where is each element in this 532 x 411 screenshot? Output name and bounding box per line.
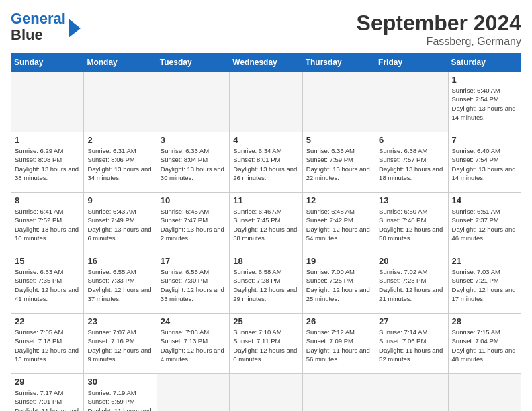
day-number: 30 (87, 377, 152, 387)
calendar-cell: 13Sunrise: 6:50 AMSunset: 7:40 PMDayligh… (375, 193, 448, 253)
calendar-cell: 1Sunrise: 6:29 AMSunset: 8:08 PMDaylight… (11, 132, 84, 193)
col-tuesday: Tuesday (157, 54, 229, 72)
cell-info: Sunrise: 6:34 AMSunset: 8:01 PMDaylight:… (233, 147, 297, 181)
day-number: 29 (15, 377, 80, 387)
day-number: 9 (87, 195, 152, 205)
day-number: 27 (379, 316, 444, 326)
cell-info: Sunrise: 6:48 AMSunset: 7:42 PMDaylight:… (306, 208, 370, 242)
header-row: Sunday Monday Tuesday Wednesday Thursday… (11, 54, 521, 72)
col-monday: Monday (84, 54, 157, 72)
day-number: 4 (233, 135, 298, 145)
calendar-week-3: 15Sunrise: 6:53 AMSunset: 7:35 PMDayligh… (11, 253, 521, 314)
col-thursday: Thursday (302, 54, 375, 72)
calendar-cell: 22Sunrise: 7:05 AMSunset: 7:18 PMDayligh… (11, 314, 84, 374)
col-sunday: Sunday (11, 54, 84, 72)
calendar-week-2: 8Sunrise: 6:41 AMSunset: 7:52 PMDaylight… (11, 193, 521, 253)
day-number: 1 (15, 135, 80, 145)
cell-info: Sunrise: 6:58 AMSunset: 7:28 PMDaylight:… (233, 268, 297, 302)
calendar-cell (230, 374, 302, 412)
cell-info: Sunrise: 6:40 AMSunset: 7:54 PMDaylight:… (452, 147, 516, 181)
calendar-cell: 30Sunrise: 7:19 AMSunset: 6:59 PMDayligh… (84, 374, 157, 412)
calendar-cell: 18Sunrise: 6:58 AMSunset: 7:28 PMDayligh… (230, 253, 302, 314)
cell-info: Sunrise: 6:46 AMSunset: 7:45 PMDaylight:… (233, 208, 297, 242)
cell-info: Sunrise: 7:03 AMSunset: 7:21 PMDaylight:… (452, 268, 516, 302)
calendar-table: Sunday Monday Tuesday Wednesday Thursday… (11, 53, 521, 411)
day-number: 13 (379, 195, 444, 205)
cell-info: Sunrise: 7:08 AMSunset: 7:13 PMDaylight:… (161, 328, 224, 363)
calendar-cell (230, 72, 302, 132)
day-number: 28 (452, 316, 517, 326)
day-number: 7 (452, 135, 517, 145)
cell-info: Sunrise: 6:36 AMSunset: 7:59 PMDaylight:… (306, 147, 370, 181)
cell-info: Sunrise: 6:41 AMSunset: 7:52 PMDaylight:… (15, 208, 79, 242)
calendar-cell: 5Sunrise: 6:36 AMSunset: 7:59 PMDaylight… (302, 132, 375, 193)
calendar-cell (157, 374, 229, 412)
day-number: 17 (161, 256, 226, 266)
day-number: 20 (379, 256, 444, 266)
logo-arrow-icon (69, 19, 81, 38)
cell-info: Sunrise: 6:43 AMSunset: 7:49 PMDaylight:… (87, 208, 151, 242)
day-number: 6 (379, 135, 444, 145)
calendar-week-1: 1Sunrise: 6:29 AMSunset: 8:08 PMDaylight… (11, 132, 521, 193)
cell-info: Sunrise: 6:56 AMSunset: 7:30 PMDaylight:… (161, 268, 224, 302)
cell-info: Sunrise: 6:53 AMSunset: 7:35 PMDaylight:… (15, 268, 79, 302)
calendar-cell: 9Sunrise: 6:43 AMSunset: 7:49 PMDaylight… (84, 193, 157, 253)
calendar-cell (302, 72, 375, 132)
logo-text: General Blue (11, 11, 66, 43)
day-number: 8 (15, 195, 80, 205)
day-number: 26 (306, 316, 371, 326)
cell-info: Sunrise: 6:51 AMSunset: 7:37 PMDaylight:… (452, 208, 516, 242)
logo-blue: Blue (11, 26, 43, 43)
calendar-week-4: 22Sunrise: 7:05 AMSunset: 7:18 PMDayligh… (11, 314, 521, 374)
month-title: September 2024 (357, 11, 521, 36)
day-number: 18 (233, 256, 298, 266)
calendar-cell: 20Sunrise: 7:02 AMSunset: 7:23 PMDayligh… (375, 253, 448, 314)
calendar-cell: 27Sunrise: 7:14 AMSunset: 7:06 PMDayligh… (375, 314, 448, 374)
day-number: 5 (306, 135, 371, 145)
day-number: 25 (233, 316, 298, 326)
calendar-cell: 25Sunrise: 7:10 AMSunset: 7:11 PMDayligh… (230, 314, 302, 374)
calendar-cell: 4Sunrise: 6:34 AMSunset: 8:01 PMDaylight… (230, 132, 302, 193)
logo-general: General (11, 10, 66, 27)
cell-info: Sunrise: 7:00 AMSunset: 7:25 PMDaylight:… (306, 268, 370, 302)
calendar-cell: 8Sunrise: 6:41 AMSunset: 7:52 PMDaylight… (11, 193, 84, 253)
title-block: September 2024 Fassberg, Germany (357, 11, 521, 48)
calendar-cell (11, 72, 84, 132)
cell-info: Sunrise: 7:19 AMSunset: 6:59 PMDaylight:… (87, 389, 151, 411)
calendar-cell: 19Sunrise: 7:00 AMSunset: 7:25 PMDayligh… (302, 253, 375, 314)
calendar-cell (84, 72, 157, 132)
day-number: 24 (161, 316, 226, 326)
calendar-cell (157, 72, 229, 132)
cell-info: Sunrise: 7:02 AMSunset: 7:23 PMDaylight:… (379, 268, 443, 302)
calendar-cell: 7Sunrise: 6:40 AMSunset: 7:54 PMDaylight… (448, 132, 521, 193)
calendar-cell (448, 374, 521, 412)
day-number: 1 (452, 75, 517, 85)
calendar-cell: 12Sunrise: 6:48 AMSunset: 7:42 PMDayligh… (302, 193, 375, 253)
calendar-cell: 11Sunrise: 6:46 AMSunset: 7:45 PMDayligh… (230, 193, 302, 253)
calendar-cell: 15Sunrise: 6:53 AMSunset: 7:35 PMDayligh… (11, 253, 84, 314)
logo: General Blue (11, 11, 81, 43)
cell-info: Sunrise: 6:31 AMSunset: 8:06 PMDaylight:… (87, 147, 151, 181)
calendar-cell: 16Sunrise: 6:55 AMSunset: 7:33 PMDayligh… (84, 253, 157, 314)
day-number: 12 (306, 195, 371, 205)
day-number: 21 (452, 256, 517, 266)
day-number: 15 (15, 256, 80, 266)
calendar-week-5: 29Sunrise: 7:17 AMSunset: 7:01 PMDayligh… (11, 374, 521, 412)
col-saturday: Saturday (448, 54, 521, 72)
cell-info: Sunrise: 7:15 AMSunset: 7:04 PMDaylight:… (452, 328, 516, 363)
day-number: 16 (87, 256, 152, 266)
cell-info: Sunrise: 6:55 AMSunset: 7:33 PMDaylight:… (87, 268, 151, 302)
col-friday: Friday (375, 54, 448, 72)
cell-info: Sunrise: 6:33 AMSunset: 8:04 PMDaylight:… (161, 147, 224, 181)
calendar-week-0: 1Sunrise: 6:40 AMSunset: 7:54 PMDaylight… (11, 72, 521, 132)
day-number: 22 (15, 316, 80, 326)
calendar-cell: 26Sunrise: 7:12 AMSunset: 7:09 PMDayligh… (302, 314, 375, 374)
cell-info: Sunrise: 6:40 AMSunset: 7:54 PMDaylight:… (452, 87, 516, 121)
day-number: 2 (87, 135, 152, 145)
calendar-cell: 28Sunrise: 7:15 AMSunset: 7:04 PMDayligh… (448, 314, 521, 374)
calendar-cell: 17Sunrise: 6:56 AMSunset: 7:30 PMDayligh… (157, 253, 229, 314)
calendar-cell: 2Sunrise: 6:31 AMSunset: 8:06 PMDaylight… (84, 132, 157, 193)
location-subtitle: Fassberg, Germany (357, 36, 521, 48)
calendar-cell (375, 72, 448, 132)
calendar-cell: 24Sunrise: 7:08 AMSunset: 7:13 PMDayligh… (157, 314, 229, 374)
